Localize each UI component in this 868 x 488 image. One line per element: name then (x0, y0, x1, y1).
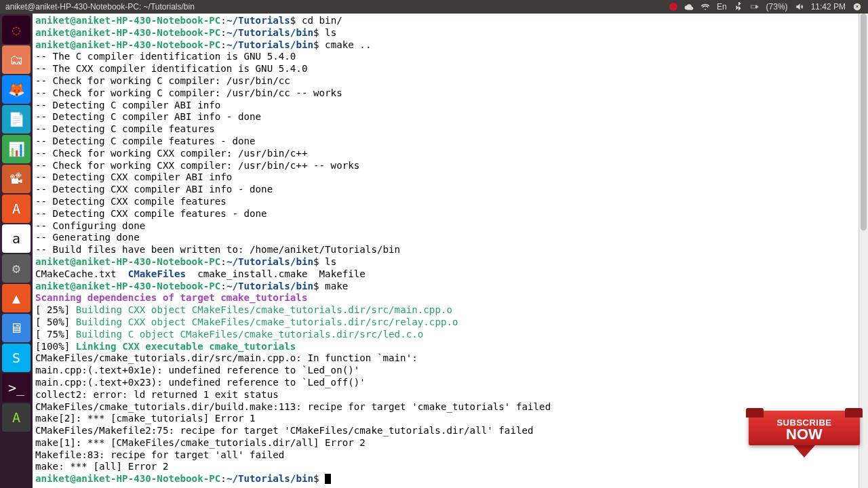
settings-icon[interactable]: ⚙ (2, 254, 31, 283)
monitor-icon[interactable]: 🖥 (2, 314, 31, 342)
scrollbar-thumb[interactable] (861, 14, 867, 230)
terminal-icon[interactable]: >_ (2, 373, 31, 402)
terminal[interactable]: aniket@aniket-HP-430-Notebook-PC:~/Tutor… (33, 14, 868, 488)
cloud-icon[interactable] (684, 2, 694, 12)
record-indicator-icon[interactable] (669, 3, 677, 11)
bluetooth-icon[interactable] (734, 2, 743, 12)
battery-icon[interactable] (750, 2, 760, 12)
vlc-icon[interactable]: ▲ (2, 284, 31, 312)
search-icon[interactable]: ◌ (2, 16, 31, 44)
window-title: aniket@aniket-HP-430-Notebook-PC: ~/Tuto… (5, 2, 195, 12)
volume-icon[interactable] (795, 2, 804, 12)
menubar: aniket@aniket-HP-430-Notebook-PC: ~/Tuto… (0, 0, 868, 14)
language-indicator[interactable]: En (717, 2, 727, 12)
writer-icon[interactable]: 📄 (2, 105, 31, 134)
firefox-icon[interactable]: 🦊 (2, 75, 31, 104)
cursor (325, 474, 331, 484)
subscribe-badge[interactable]: SUBSCRIBE NOW (749, 411, 860, 470)
updater-icon[interactable]: A (2, 403, 31, 432)
power-icon[interactable] (852, 2, 862, 12)
amazon-icon[interactable]: a (2, 224, 31, 253)
unity-launcher: ◌🗂🦊📄📊📽Aa⚙▲🖥S>_A (0, 14, 33, 488)
wifi-icon[interactable] (701, 2, 710, 12)
skype-icon[interactable]: S (2, 344, 31, 372)
software-icon[interactable]: A (2, 195, 31, 223)
battery-percent: (73%) (766, 2, 788, 12)
clock[interactable]: 11:42 PM (811, 2, 846, 12)
subscribe-text-2: NOW (753, 428, 856, 441)
impress-icon[interactable]: 📽 (2, 165, 31, 193)
calc-icon[interactable]: 📊 (2, 135, 31, 163)
files-icon[interactable]: 🗂 (2, 45, 31, 74)
